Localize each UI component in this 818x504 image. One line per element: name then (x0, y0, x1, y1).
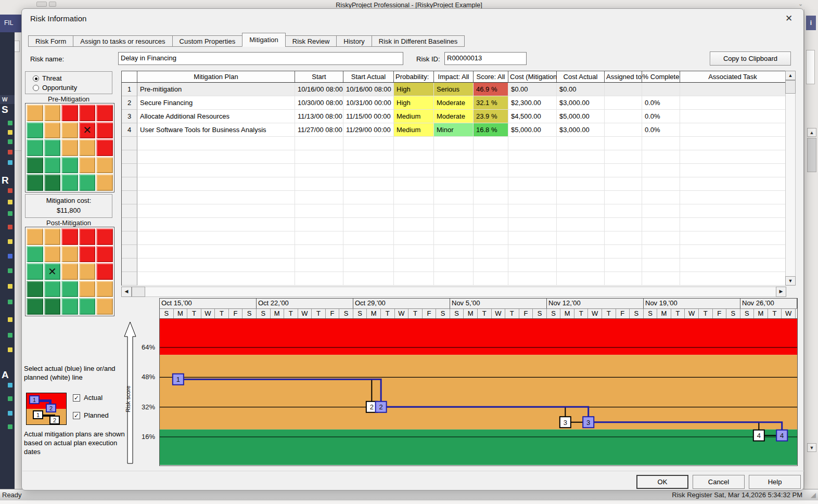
table-row[interactable] (122, 191, 785, 204)
table-cell[interactable] (508, 259, 557, 272)
table-cell[interactable] (680, 218, 785, 231)
sidebar-icon[interactable] (8, 424, 12, 429)
table-cell[interactable] (343, 150, 394, 164)
table-row[interactable] (122, 150, 785, 164)
table-row[interactable] (122, 218, 785, 231)
table-cell[interactable] (394, 231, 434, 245)
table-cell[interactable] (508, 177, 557, 191)
sidebar-icon[interactable] (8, 121, 12, 125)
table-cell[interactable] (137, 177, 295, 191)
table-cell[interactable] (295, 164, 343, 177)
matrix-cell[interactable] (27, 174, 43, 191)
matrix-cell[interactable] (27, 281, 43, 298)
table-cell[interactable] (295, 245, 343, 259)
sidebar-icon[interactable] (8, 160, 12, 165)
column-header[interactable]: Impact: All (434, 71, 474, 82)
matrix-cell[interactable] (61, 263, 78, 280)
table-cell[interactable] (434, 245, 474, 259)
sidebar-icon[interactable] (8, 254, 12, 259)
table-cell[interactable]: $5,000.00 (557, 110, 605, 123)
table-cell[interactable] (680, 245, 785, 259)
table-cell[interactable]: $4,500.00 (508, 110, 557, 123)
table-cell[interactable] (642, 150, 680, 164)
table-cell[interactable]: Secure Financing (137, 96, 295, 110)
sidebar-icon[interactable] (8, 200, 12, 204)
table-row[interactable]: 3Allocate Additional Resources11/13/00 0… (122, 110, 785, 123)
table-cell[interactable] (295, 231, 343, 245)
table-cell[interactable] (680, 259, 785, 272)
matrix-cell[interactable] (79, 174, 96, 191)
column-header[interactable] (122, 71, 137, 82)
table-cell[interactable] (343, 164, 394, 177)
table-cell[interactable] (434, 272, 474, 286)
tab-custom-properties[interactable]: Custom Properties (172, 35, 243, 47)
sidebar-icon[interactable] (8, 300, 12, 304)
table-cell[interactable] (557, 231, 605, 245)
scroll-right-icon[interactable]: ▶ (776, 287, 786, 297)
sidebar-icon[interactable] (8, 225, 12, 229)
table-cell[interactable] (474, 164, 508, 177)
table-cell[interactable] (434, 164, 474, 177)
matrix-cell[interactable] (61, 139, 78, 156)
table-row[interactable] (122, 137, 785, 150)
table-cell[interactable] (434, 204, 474, 218)
matrix-cell[interactable] (44, 174, 61, 191)
matrix-cell[interactable] (96, 174, 113, 191)
table-cell[interactable] (295, 272, 343, 286)
sidebar-icon[interactable] (8, 211, 12, 216)
post-mitigation-matrix[interactable]: ✕ (25, 227, 114, 316)
sidebar-icon[interactable] (8, 239, 12, 244)
table-cell[interactable]: $0.00 (557, 83, 605, 96)
tab-risk-review[interactable]: Risk Review (285, 35, 337, 47)
sidebar-icon[interactable] (8, 268, 12, 273)
table-cell[interactable] (137, 204, 295, 218)
matrix-cell[interactable] (44, 298, 61, 315)
tab-mitigation[interactable]: Mitigation (242, 33, 286, 47)
table-cell[interactable] (680, 191, 785, 204)
matrix-cell[interactable] (96, 228, 113, 245)
table-cell[interactable] (394, 218, 434, 231)
table-cell[interactable] (295, 137, 343, 150)
table-cell[interactable] (474, 177, 508, 191)
table-cell[interactable] (508, 272, 557, 286)
matrix-cell[interactable] (96, 281, 113, 298)
table-cell[interactable]: High (394, 83, 434, 96)
file-menu[interactable]: FIL (0, 15, 23, 32)
matrix-cell[interactable] (96, 263, 113, 280)
table-vscrollbar-thumb[interactable] (785, 80, 796, 94)
table-row[interactable] (122, 245, 785, 259)
table-cell[interactable]: Allocate Additional Resources (137, 110, 295, 123)
table-cell[interactable] (343, 259, 394, 272)
table-cell[interactable] (605, 177, 642, 191)
matrix-cell[interactable] (79, 139, 96, 156)
background-scrollbar-thumb[interactable] (807, 138, 816, 172)
table-cell[interactable] (295, 218, 343, 231)
matrix-cell[interactable] (27, 263, 43, 280)
table-cell[interactable] (474, 259, 508, 272)
table-cell[interactable] (394, 177, 434, 191)
table-cell[interactable] (642, 218, 680, 231)
table-cell[interactable] (474, 218, 508, 231)
table-cell[interactable] (295, 191, 343, 204)
table-cell[interactable] (474, 150, 508, 164)
ok-button[interactable]: OK (636, 475, 688, 489)
table-cell[interactable] (557, 259, 605, 272)
table-cell[interactable]: 46.9 % (474, 83, 508, 96)
table-cell[interactable] (474, 245, 508, 259)
table-cell[interactable] (642, 164, 680, 177)
table-row[interactable] (122, 164, 785, 177)
table-cell[interactable] (343, 245, 394, 259)
matrix-cell[interactable] (96, 139, 113, 156)
sidebar-icon[interactable] (8, 317, 12, 322)
table-cell[interactable]: $3,000.00 (557, 96, 605, 110)
table-cell[interactable]: 11/15/00 00:00 (343, 110, 394, 123)
radio-threat-circle[interactable] (33, 75, 39, 82)
table-cell[interactable] (394, 259, 434, 272)
table-cell[interactable] (474, 191, 508, 204)
matrix-cell[interactable] (96, 105, 113, 121)
table-cell[interactable]: 10/16/00 08:00 (295, 83, 343, 96)
table-cell[interactable] (394, 164, 434, 177)
table-cell[interactable] (394, 272, 434, 286)
table-cell[interactable] (434, 150, 474, 164)
table-cell[interactable] (557, 164, 605, 177)
